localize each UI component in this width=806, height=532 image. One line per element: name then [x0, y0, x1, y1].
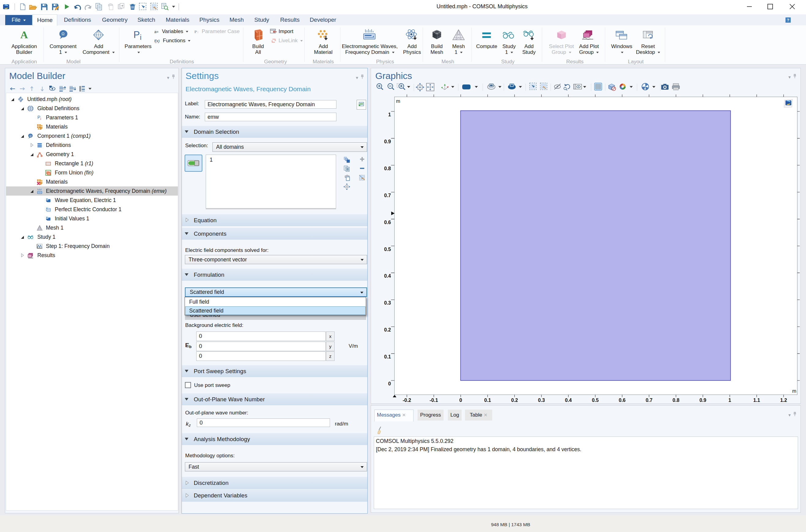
svg-text:0.8: 0.8	[384, 166, 391, 171]
svg-text:0.6: 0.6	[619, 398, 626, 403]
svg-text:0.8: 0.8	[673, 398, 679, 403]
svg-text:0.9: 0.9	[384, 139, 391, 144]
svg-text:0.5: 0.5	[384, 247, 391, 252]
svg-text:0: 0	[388, 381, 391, 386]
svg-text:0.3: 0.3	[538, 398, 545, 403]
svg-text:0.3: 0.3	[384, 300, 391, 305]
svg-text:Ω: Ω	[30, 134, 32, 137]
svg-text:P: P	[194, 30, 197, 34]
svg-text:i: i	[197, 30, 198, 34]
svg-text:0.7: 0.7	[646, 398, 652, 403]
svg-text:1.2: 1.2	[780, 398, 787, 403]
svg-text:1: 1	[729, 398, 731, 403]
svg-text:0.7: 0.7	[384, 193, 391, 198]
svg-text:-0.1: -0.1	[429, 398, 438, 403]
svg-text:-0.2: -0.2	[403, 398, 411, 403]
svg-text:1.1: 1.1	[753, 398, 760, 403]
svg-text:P: P	[133, 30, 140, 40]
svg-text:D: D	[46, 207, 48, 209]
svg-text:f(x): f(x)	[154, 39, 159, 43]
svg-text:0.9: 0.9	[699, 398, 706, 403]
svg-text:0.2: 0.2	[511, 398, 518, 403]
svg-text:a=: a=	[154, 30, 158, 34]
svg-text:A: A	[20, 29, 28, 40]
svg-text:D: D	[46, 198, 48, 200]
svg-text:0.2: 0.2	[384, 327, 391, 332]
svg-text:0.4: 0.4	[384, 273, 391, 279]
svg-text:0.4: 0.4	[565, 398, 572, 403]
svg-text:1: 1	[388, 112, 391, 117]
svg-text:m: m	[396, 99, 400, 104]
svg-text:0.6: 0.6	[384, 220, 391, 225]
svg-text:0.1: 0.1	[384, 354, 391, 359]
svg-text:P: P	[37, 115, 40, 120]
svg-text:m: m	[792, 388, 796, 394]
svg-text:i: i	[140, 33, 141, 41]
svg-text:0.5: 0.5	[592, 398, 598, 403]
svg-text:0: 0	[459, 398, 462, 403]
svg-text:i: i	[40, 117, 41, 120]
svg-text:D: D	[46, 216, 48, 218]
svg-text:0.1: 0.1	[484, 398, 491, 403]
svg-text:Ω: Ω	[61, 32, 64, 36]
